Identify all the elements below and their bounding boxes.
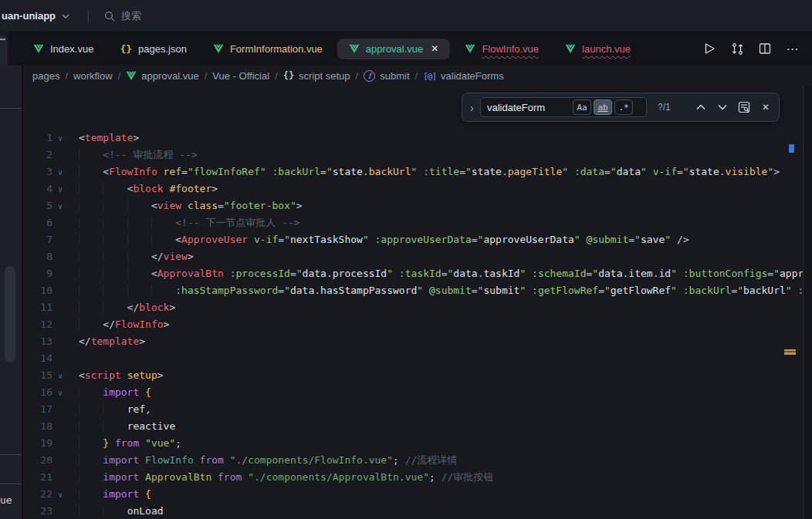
- split-editor-icon[interactable]: [756, 40, 773, 57]
- breadcrumb-item-vue-official[interactable]: Vue - Official: [212, 70, 269, 82]
- chevron-down-icon[interactable]: [62, 14, 69, 19]
- tab-flowinfo-vue[interactable]: FlowInfo.vue: [453, 39, 550, 59]
- code-line-15[interactable]: 15∨<script setup>: [23, 367, 812, 384]
- fold-chevron-icon[interactable]: ∨: [52, 181, 68, 198]
- vue-icon: [565, 44, 576, 54]
- fold-chevron-icon[interactable]: ∨: [52, 164, 68, 181]
- line-number: 19: [23, 435, 52, 452]
- line-number: 6: [23, 214, 52, 231]
- previous-match-icon[interactable]: [692, 98, 710, 116]
- tab-bar: Index.vue{}pages.jsonFormInformation.vue…: [8, 32, 812, 66]
- code-line-13[interactable]: 13</template>: [23, 333, 812, 350]
- fold-chevron-icon[interactable]: ∨: [52, 198, 68, 215]
- breadcrumb-item-validateforms[interactable]: [@]validateForms: [423, 70, 504, 82]
- find-results-count: ?/1: [658, 102, 681, 113]
- tab-forminformation-vue[interactable]: FormInformation.vue: [201, 39, 334, 59]
- fold-chevron-icon[interactable]: ∨: [52, 385, 68, 402]
- code-line-23[interactable]: 23 onLoad: [23, 503, 812, 519]
- line-number: 12: [23, 316, 52, 333]
- code-line-16[interactable]: 16∨ import {: [23, 384, 812, 401]
- breadcrumb-item-pages[interactable]: pages: [32, 70, 59, 82]
- find-widget: › Aa ab .* ?/1 ✕: [462, 93, 780, 122]
- line-number: 1: [23, 130, 52, 147]
- line-number: 22: [23, 486, 52, 503]
- fold-chevron-icon[interactable]: ∨: [52, 368, 68, 385]
- fold-chevron-icon[interactable]: ∨: [52, 130, 68, 147]
- code-line-11[interactable]: 11 </block>: [23, 299, 812, 316]
- global-search[interactable]: 搜索: [104, 9, 141, 23]
- editor-scrollbar-track[interactable]: [803, 86, 812, 519]
- tab-label: FlowInfo.vue: [482, 43, 539, 55]
- code-area[interactable]: 1∨<template>2 <!-- 审批流程 -->3∨ <FlowInfo …: [23, 130, 812, 519]
- breadcrumb-item-workflow[interactable]: workflow: [73, 70, 113, 82]
- partial-text: ue: [0, 494, 12, 506]
- code-line-8[interactable]: 8 </view>: [23, 248, 812, 265]
- code-line-6[interactable]: 6 <!-- 下一节点审批人 -->: [23, 214, 812, 231]
- next-match-icon[interactable]: [713, 98, 732, 116]
- panel-scrollbar-thumb[interactable]: [5, 266, 15, 362]
- line-number: 9: [23, 265, 52, 282]
- whole-word-button[interactable]: ab: [594, 99, 612, 115]
- breadcrumb-separator: /: [415, 70, 418, 82]
- code-line-3[interactable]: 3∨ <FlowInfo ref="flowInfoRef" :backUrl=…: [23, 163, 812, 180]
- code-line-21[interactable]: 21 import ApprovalBtn from "./components…: [23, 469, 812, 486]
- code-line-10[interactable]: 10 :hasStampPassword="data.hasStampPassw…: [23, 282, 812, 299]
- overview-marker-orange: [784, 349, 796, 355]
- breadcrumb-item-script-setup[interactable]: {}script setup: [283, 70, 350, 82]
- line-number: 23: [23, 503, 52, 519]
- line-number: 3: [23, 163, 52, 180]
- breadcrumb-separator: /: [205, 70, 208, 82]
- find-input[interactable]: [487, 102, 570, 113]
- more-actions-icon[interactable]: ⋯: [784, 40, 801, 57]
- search-label: 搜索: [121, 9, 141, 23]
- panel-divider: [0, 484, 22, 484]
- find-expand-chevron-icon[interactable]: ›: [462, 101, 480, 114]
- breadcrumb-item-submit[interactable]: fsubmit: [364, 70, 409, 82]
- tab-label: launch.vue: [582, 43, 631, 55]
- code-line-14[interactable]: 14: [23, 350, 812, 367]
- line-number: 15: [23, 367, 52, 384]
- code-line-18[interactable]: 18 reactive: [23, 418, 812, 435]
- code-line-17[interactable]: 17 ref,: [23, 401, 812, 418]
- code-line-7[interactable]: 7 <ApproveUser v-if="nextTaskShow" :appr…: [23, 231, 812, 248]
- tab-index-vue[interactable]: Index.vue: [22, 39, 105, 59]
- line-number: 7: [23, 231, 52, 248]
- tab-launch-vue[interactable]: launch.vue: [553, 39, 642, 59]
- line-number: 18: [23, 418, 52, 435]
- line-number: 14: [23, 350, 52, 367]
- code-line-9[interactable]: 9 <ApprovalBtn :processId="data.processI…: [23, 265, 812, 282]
- search-icon: [104, 11, 115, 22]
- project-name[interactable]: uan-uniapp: [2, 10, 56, 22]
- panel-divider: [0, 454, 22, 455]
- tab-approval-vue[interactable]: approval.vue✕: [337, 39, 451, 59]
- line-number: 17: [23, 401, 52, 418]
- title-bar: uan-uniapp 搜索: [0, 0, 812, 32]
- code-line-19[interactable]: 19 } from "vue";: [23, 435, 812, 452]
- match-case-button[interactable]: Aa: [573, 99, 591, 115]
- code-line-2[interactable]: 2 <!-- 审批流程 -->: [23, 147, 812, 163]
- regex-button[interactable]: .*: [614, 99, 633, 115]
- close-icon[interactable]: ✕: [431, 43, 438, 54]
- line-number: 20: [23, 452, 52, 469]
- compare-changes-icon[interactable]: [729, 40, 746, 57]
- run-icon[interactable]: [701, 40, 718, 57]
- code-line-5[interactable]: 5∨ <view class="footer-box">: [23, 197, 812, 214]
- line-number: 4: [23, 180, 52, 197]
- fold-chevron-icon[interactable]: ∨: [52, 487, 68, 504]
- code-line-20[interactable]: 20 import FlowInfo from "./components/Fl…: [23, 452, 812, 469]
- field-symbol-icon: [@]: [423, 71, 436, 81]
- find-close-icon[interactable]: ✕: [756, 98, 775, 116]
- tab-pages-json[interactable]: {}pages.json: [108, 39, 198, 59]
- vue-icon: [349, 44, 360, 54]
- editor-actions: ⋯: [701, 40, 801, 57]
- code-line-1[interactable]: 1∨<template>: [23, 130, 812, 147]
- find-in-selection-icon[interactable]: [735, 98, 753, 116]
- breadcrumb-separator: /: [356, 70, 359, 82]
- line-number: 16: [23, 384, 52, 401]
- code-line-12[interactable]: 12 </FlowInfo>: [23, 316, 812, 333]
- code-line-22[interactable]: 22∨ import {: [23, 486, 812, 503]
- breadcrumb-item-approval-vue[interactable]: approval.vue: [126, 70, 198, 82]
- code-line-4[interactable]: 4∨ <block #footer>: [23, 180, 812, 197]
- line-number: 21: [23, 469, 52, 486]
- code-editor[interactable]: 1∨<template>2 <!-- 审批流程 -->3∨ <FlowInfo …: [23, 86, 812, 519]
